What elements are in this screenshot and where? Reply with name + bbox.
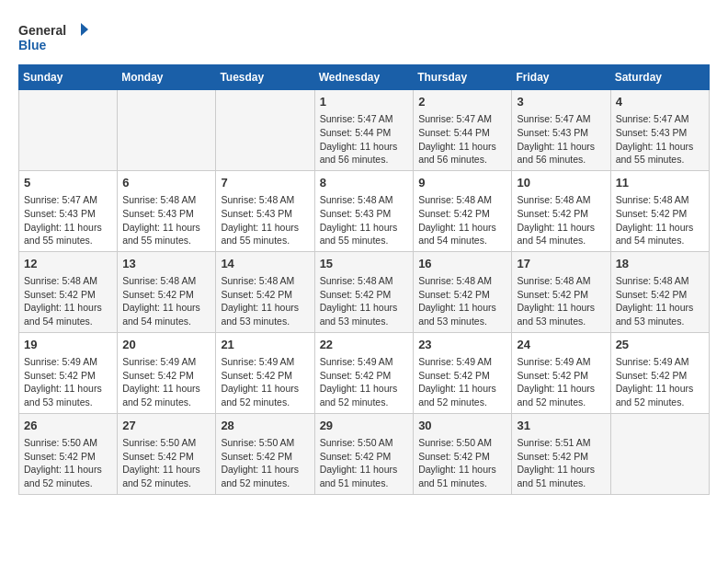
calendar-table: SundayMondayTuesdayWednesdayThursdayFrid… xyxy=(18,64,710,495)
day-info: Sunrise: 5:48 AMSunset: 5:42 PMDaylight:… xyxy=(418,193,506,247)
calendar-cell: 28Sunrise: 5:50 AMSunset: 5:42 PMDayligh… xyxy=(216,413,314,494)
page-header: General Blue xyxy=(18,18,710,55)
day-info: Sunrise: 5:50 AMSunset: 5:42 PMDaylight:… xyxy=(418,436,506,490)
week-row-1: 1Sunrise: 5:47 AMSunset: 5:44 PMDaylight… xyxy=(19,90,710,171)
week-row-3: 12Sunrise: 5:48 AMSunset: 5:42 PMDayligh… xyxy=(19,251,710,332)
weekday-header-saturday: Saturday xyxy=(610,65,709,90)
calendar-cell: 4Sunrise: 5:47 AMSunset: 5:43 PMDaylight… xyxy=(610,90,709,171)
day-number: 26 xyxy=(24,418,112,434)
calendar-cell: 2Sunrise: 5:47 AMSunset: 5:44 PMDaylight… xyxy=(414,90,512,171)
calendar-cell: 9Sunrise: 5:48 AMSunset: 5:42 PMDaylight… xyxy=(414,170,512,251)
day-number: 8 xyxy=(320,175,409,191)
calendar-cell: 11Sunrise: 5:48 AMSunset: 5:42 PMDayligh… xyxy=(610,170,709,251)
day-info: Sunrise: 5:49 AMSunset: 5:42 PMDaylight:… xyxy=(24,355,112,409)
calendar-cell: 26Sunrise: 5:50 AMSunset: 5:42 PMDayligh… xyxy=(19,413,118,494)
day-number: 11 xyxy=(616,175,704,191)
weekday-header-tuesday: Tuesday xyxy=(216,65,314,90)
day-info: Sunrise: 5:48 AMSunset: 5:43 PMDaylight:… xyxy=(221,193,309,247)
day-info: Sunrise: 5:48 AMSunset: 5:42 PMDaylight:… xyxy=(24,274,112,328)
svg-marker-2 xyxy=(81,23,88,36)
day-number: 17 xyxy=(517,256,605,272)
day-info: Sunrise: 5:50 AMSunset: 5:42 PMDaylight:… xyxy=(24,436,112,490)
logo: General Blue xyxy=(18,18,92,55)
day-number: 9 xyxy=(418,175,506,191)
svg-text:General: General xyxy=(18,23,66,38)
day-number: 18 xyxy=(616,256,704,272)
day-number: 20 xyxy=(122,337,210,353)
day-info: Sunrise: 5:48 AMSunset: 5:42 PMDaylight:… xyxy=(517,193,605,247)
weekday-header-friday: Friday xyxy=(512,65,610,90)
day-number: 16 xyxy=(418,256,506,272)
calendar-cell: 5Sunrise: 5:47 AMSunset: 5:43 PMDaylight… xyxy=(19,170,118,251)
calendar-cell: 14Sunrise: 5:48 AMSunset: 5:42 PMDayligh… xyxy=(216,251,314,332)
day-number: 1 xyxy=(320,94,409,110)
calendar-cell: 3Sunrise: 5:47 AMSunset: 5:43 PMDaylight… xyxy=(512,90,610,171)
calendar-cell: 13Sunrise: 5:48 AMSunset: 5:42 PMDayligh… xyxy=(118,251,216,332)
day-info: Sunrise: 5:47 AMSunset: 5:44 PMDaylight:… xyxy=(418,112,506,167)
calendar-cell: 22Sunrise: 5:49 AMSunset: 5:42 PMDayligh… xyxy=(314,332,414,413)
week-row-4: 19Sunrise: 5:49 AMSunset: 5:42 PMDayligh… xyxy=(19,332,710,413)
weekday-header-wednesday: Wednesday xyxy=(314,65,414,90)
day-info: Sunrise: 5:50 AMSunset: 5:42 PMDaylight:… xyxy=(320,436,409,490)
day-info: Sunrise: 5:47 AMSunset: 5:44 PMDaylight:… xyxy=(320,112,409,167)
week-row-2: 5Sunrise: 5:47 AMSunset: 5:43 PMDaylight… xyxy=(19,170,710,251)
calendar-cell: 18Sunrise: 5:48 AMSunset: 5:42 PMDayligh… xyxy=(610,251,709,332)
calendar-cell xyxy=(216,90,314,171)
day-info: Sunrise: 5:48 AMSunset: 5:42 PMDaylight:… xyxy=(517,274,605,328)
day-info: Sunrise: 5:49 AMSunset: 5:42 PMDaylight:… xyxy=(122,355,210,409)
day-number: 15 xyxy=(320,256,409,272)
day-number: 24 xyxy=(517,337,605,353)
calendar-cell: 31Sunrise: 5:51 AMSunset: 5:42 PMDayligh… xyxy=(512,413,610,494)
day-info: Sunrise: 5:48 AMSunset: 5:42 PMDaylight:… xyxy=(616,274,704,328)
day-info: Sunrise: 5:48 AMSunset: 5:43 PMDaylight:… xyxy=(320,193,409,247)
calendar-cell: 7Sunrise: 5:48 AMSunset: 5:43 PMDaylight… xyxy=(216,170,314,251)
day-info: Sunrise: 5:47 AMSunset: 5:43 PMDaylight:… xyxy=(517,112,605,167)
day-number: 23 xyxy=(418,337,506,353)
calendar-cell: 27Sunrise: 5:50 AMSunset: 5:42 PMDayligh… xyxy=(118,413,216,494)
day-number: 7 xyxy=(221,175,309,191)
day-number: 4 xyxy=(616,94,704,110)
calendar-cell: 6Sunrise: 5:48 AMSunset: 5:43 PMDaylight… xyxy=(118,170,216,251)
day-info: Sunrise: 5:48 AMSunset: 5:42 PMDaylight:… xyxy=(122,274,210,328)
day-info: Sunrise: 5:49 AMSunset: 5:42 PMDaylight:… xyxy=(418,355,506,409)
day-number: 10 xyxy=(517,175,605,191)
day-number: 3 xyxy=(517,94,605,110)
day-number: 27 xyxy=(122,418,210,434)
calendar-cell xyxy=(19,90,118,171)
calendar-cell: 23Sunrise: 5:49 AMSunset: 5:42 PMDayligh… xyxy=(414,332,512,413)
day-info: Sunrise: 5:50 AMSunset: 5:42 PMDaylight:… xyxy=(122,436,210,490)
day-number: 30 xyxy=(418,418,506,434)
calendar-cell: 20Sunrise: 5:49 AMSunset: 5:42 PMDayligh… xyxy=(118,332,216,413)
day-info: Sunrise: 5:48 AMSunset: 5:42 PMDaylight:… xyxy=(320,274,409,328)
day-info: Sunrise: 5:48 AMSunset: 5:43 PMDaylight:… xyxy=(122,193,210,247)
weekday-header-sunday: Sunday xyxy=(19,65,118,90)
calendar-cell xyxy=(610,413,709,494)
day-number: 14 xyxy=(221,256,309,272)
calendar-cell: 10Sunrise: 5:48 AMSunset: 5:42 PMDayligh… xyxy=(512,170,610,251)
day-info: Sunrise: 5:47 AMSunset: 5:43 PMDaylight:… xyxy=(616,112,704,167)
calendar-cell: 15Sunrise: 5:48 AMSunset: 5:42 PMDayligh… xyxy=(314,251,414,332)
svg-text:Blue: Blue xyxy=(18,38,47,52)
day-info: Sunrise: 5:49 AMSunset: 5:42 PMDaylight:… xyxy=(517,355,605,409)
calendar-cell: 16Sunrise: 5:48 AMSunset: 5:42 PMDayligh… xyxy=(414,251,512,332)
calendar-cell xyxy=(118,90,216,171)
day-number: 2 xyxy=(418,94,506,110)
day-info: Sunrise: 5:48 AMSunset: 5:42 PMDaylight:… xyxy=(418,274,506,328)
day-info: Sunrise: 5:48 AMSunset: 5:42 PMDaylight:… xyxy=(221,274,309,328)
day-info: Sunrise: 5:51 AMSunset: 5:42 PMDaylight:… xyxy=(517,436,605,490)
day-number: 21 xyxy=(221,337,309,353)
calendar-cell: 19Sunrise: 5:49 AMSunset: 5:42 PMDayligh… xyxy=(19,332,118,413)
day-number: 25 xyxy=(616,337,704,353)
calendar-cell: 12Sunrise: 5:48 AMSunset: 5:42 PMDayligh… xyxy=(19,251,118,332)
calendar-cell: 24Sunrise: 5:49 AMSunset: 5:42 PMDayligh… xyxy=(512,332,610,413)
day-number: 22 xyxy=(320,337,409,353)
day-number: 19 xyxy=(24,337,112,353)
day-info: Sunrise: 5:47 AMSunset: 5:43 PMDaylight:… xyxy=(24,193,112,247)
calendar-cell: 17Sunrise: 5:48 AMSunset: 5:42 PMDayligh… xyxy=(512,251,610,332)
calendar-cell: 21Sunrise: 5:49 AMSunset: 5:42 PMDayligh… xyxy=(216,332,314,413)
weekday-header-monday: Monday xyxy=(118,65,216,90)
day-info: Sunrise: 5:50 AMSunset: 5:42 PMDaylight:… xyxy=(221,436,309,490)
day-number: 6 xyxy=(122,175,210,191)
calendar-cell: 30Sunrise: 5:50 AMSunset: 5:42 PMDayligh… xyxy=(414,413,512,494)
calendar-cell: 25Sunrise: 5:49 AMSunset: 5:42 PMDayligh… xyxy=(610,332,709,413)
